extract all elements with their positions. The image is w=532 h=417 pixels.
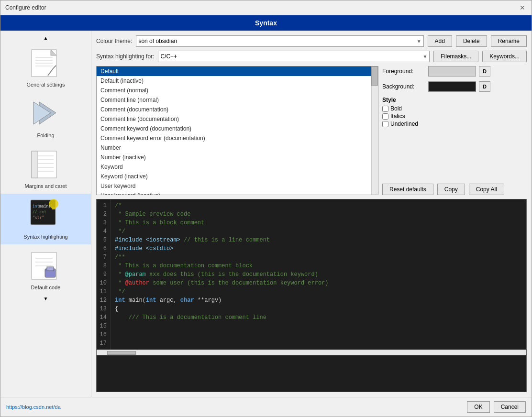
underlined-checkbox[interactable] — [382, 121, 388, 127]
code-preview-scrollbar-h[interactable] — [97, 350, 526, 355]
colour-theme-value: son of obsidian — [138, 38, 177, 44]
sidebar-label-default-code: Default code — [31, 285, 61, 290]
title-bar: Configure editor ✕ — [0, 0, 532, 15]
token-list-item[interactable]: Number (inactive) — [97, 153, 378, 162]
bold-row: Bold — [382, 105, 527, 112]
cancel-button[interactable]: Cancel — [494, 401, 526, 413]
middle-section: DefaultDefault (inactive)Comment (normal… — [96, 66, 527, 195]
line-number: 15 — [99, 322, 107, 330]
line-number: 8 — [99, 262, 107, 270]
sidebar-item-general-settings[interactable]: General settings — [0, 42, 91, 92]
token-list-item[interactable]: Comment keyword (documentation) — [97, 124, 378, 133]
background-label: Background: — [382, 83, 425, 90]
configure-editor-dialog: Configure editor ✕ Syntax ▲ — [0, 0, 532, 417]
folding-icon — [27, 97, 65, 131]
keywords-button[interactable]: Keywords... — [482, 51, 527, 62]
bottom-bar: https://blog.csdn.net/da OK Cancel — [0, 397, 532, 417]
sidebar-item-folding[interactable]: Folding — [0, 92, 91, 143]
syntax-svg: int main() // cmt "str" — [30, 199, 62, 231]
bold-label: Bold — [390, 105, 402, 112]
default-code-svg — [30, 252, 62, 280]
background-color-box[interactable] — [428, 81, 476, 92]
colour-theme-arrow: ▼ — [417, 39, 421, 44]
reset-defaults-button[interactable]: Reset defaults — [382, 184, 433, 195]
sidebar-item-syntax-highlighting[interactable]: int main() // cmt "str" Syntax highlight… — [0, 194, 91, 244]
right-panel: Colour theme: son of obsidian ▼ Add Dele… — [91, 31, 532, 397]
line-number: 14 — [99, 313, 107, 322]
copy-button[interactable]: Copy — [437, 184, 465, 195]
general-settings-svg — [30, 49, 62, 77]
colour-theme-label: Colour theme: — [96, 38, 132, 44]
sidebar-label-general: General settings — [26, 82, 65, 88]
code-line: * This is a block comment — [115, 219, 522, 227]
token-list-item[interactable]: User keyword (inactive) — [97, 191, 378, 195]
status-text: https://blog.csdn.net/da — [6, 404, 61, 410]
sidebar-scroll-down[interactable]: ▼ — [0, 295, 91, 302]
token-list-item[interactable]: Default — [97, 66, 378, 76]
sidebar-label-folding: Folding — [37, 132, 54, 138]
foreground-row: Foreground: D — [382, 66, 527, 77]
token-list-item[interactable]: Comment keyword error (documentation) — [97, 133, 378, 143]
token-list-item[interactable]: Keyword — [97, 162, 378, 172]
line-number: 3 — [99, 219, 107, 227]
general-settings-icon — [27, 46, 65, 80]
background-d-button[interactable]: D — [479, 81, 490, 92]
token-list-scrollbar-thumb[interactable] — [371, 66, 378, 86]
line-number: 11 — [99, 287, 107, 296]
token-list-item[interactable]: User keyword — [97, 181, 378, 191]
code-line: #include <iostream> // this is a line co… — [115, 236, 522, 244]
syntax-icon: int main() // cmt "str" — [27, 198, 65, 232]
syntax-for-arrow: ▼ — [422, 54, 427, 59]
margins-caret-svg — [30, 150, 62, 179]
rename-button[interactable]: Rename — [491, 35, 527, 47]
colour-theme-dropdown[interactable]: son of obsidian ▼ — [136, 35, 423, 47]
syntax-for-row: Syntax highlighting for: C/C++ ▼ Filemas… — [96, 51, 527, 62]
foreground-label: Foreground: — [382, 68, 425, 75]
token-list-item[interactable]: Comment line (normal) — [97, 95, 378, 105]
delete-button[interactable]: Delete — [456, 35, 487, 47]
code-preview-scrollbar-h-thumb[interactable] — [107, 351, 136, 355]
code-line: */ — [115, 287, 522, 296]
token-list-item[interactable]: Number — [97, 143, 378, 153]
code-line: * This is a documentation comment block — [115, 262, 522, 270]
italics-checkbox[interactable] — [382, 113, 388, 120]
add-button[interactable]: Add — [428, 35, 452, 47]
sidebar-scroll-up[interactable]: ▲ — [0, 34, 91, 42]
line-numbers: 1234567891011121314151617 — [97, 199, 111, 350]
sidebar-label-margins: Margins and caret — [24, 183, 66, 189]
foreground-d-button[interactable]: D — [479, 66, 490, 77]
code-preview: 1234567891011121314151617 /* * Sample pr… — [96, 199, 527, 392]
syntax-for-label: Syntax highlighting for: — [96, 53, 154, 60]
token-list-item[interactable]: Comment (documentation) — [97, 105, 378, 114]
token-list-item[interactable]: Comment (normal) — [97, 86, 378, 95]
code-line: * Sample preview code — [115, 210, 522, 219]
token-list-container[interactable]: DefaultDefault (inactive)Comment (normal… — [96, 66, 378, 195]
token-list-scrollbar[interactable] — [371, 66, 378, 195]
filemasks-button[interactable]: Filemasks... — [433, 51, 478, 62]
token-list-item[interactable]: Default (inactive) — [97, 76, 378, 86]
svg-text:"str": "str" — [33, 216, 44, 220]
syntax-for-value: C/C++ — [160, 53, 177, 60]
token-list: DefaultDefault (inactive)Comment (normal… — [97, 66, 378, 195]
sidebar-item-default-code[interactable]: Default code — [0, 244, 91, 295]
syntax-for-dropdown[interactable]: C/C++ ▼ — [158, 51, 430, 62]
sidebar-item-margins-caret[interactable]: Margins and caret — [0, 143, 91, 194]
token-list-item[interactable]: Comment line (documentation) — [97, 114, 378, 124]
close-button[interactable]: ✕ — [518, 3, 527, 12]
line-number: 5 — [99, 236, 107, 244]
line-number: 10 — [99, 279, 107, 287]
line-number: 16 — [99, 330, 107, 339]
bold-checkbox[interactable] — [382, 106, 388, 112]
default-code-icon — [27, 249, 65, 283]
line-number: 17 — [99, 339, 107, 348]
ok-button[interactable]: OK — [467, 401, 489, 413]
line-number: 13 — [99, 305, 107, 313]
svg-rect-26 — [52, 208, 55, 209]
foreground-color-box[interactable] — [428, 66, 476, 77]
svg-point-25 — [49, 199, 58, 208]
underlined-label: Underlined — [390, 121, 418, 127]
code-line: int main(int argc, char **argv) — [115, 296, 522, 305]
copy-all-button[interactable]: Copy All — [469, 184, 504, 195]
token-list-item[interactable]: Keyword (inactive) — [97, 172, 378, 181]
line-number: 7 — [99, 253, 107, 262]
